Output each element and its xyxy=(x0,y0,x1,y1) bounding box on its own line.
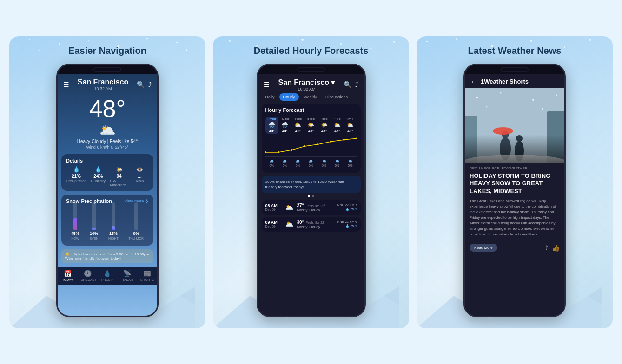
hour-1200: 12:00 ⛅ 49° xyxy=(344,117,357,134)
svg-point-5 xyxy=(304,145,305,147)
humidity-label: Humidity xyxy=(91,179,106,183)
hour-1100: 11:00 ⛅ 47° xyxy=(331,117,344,134)
alert-banner-2: 100% chances of rain. 16:30 to 12:30 Wea… xyxy=(262,176,361,193)
alert-text-2: 100% chances of rain. 16:30 to 12:30 Wea… xyxy=(265,180,345,189)
app-store-container: Easier Navigation ☰ San Francisco 10:32 … xyxy=(9,36,613,328)
precip-nav-label: PRECIP xyxy=(101,278,113,281)
precip-icon-2: 🌧 xyxy=(296,159,300,163)
snow-label-night: NIGHT xyxy=(108,237,119,240)
phone-2-header: ☰ San Francisco ▾ 10:32 AM 🔍 ⤴ xyxy=(258,74,364,93)
tab-daily[interactable]: Daily xyxy=(262,93,278,101)
precip-label: Precipitation xyxy=(66,179,86,183)
share-news-icon[interactable]: ⤴ xyxy=(545,244,548,252)
snow-pct-even: 10% xyxy=(90,231,98,236)
nav-today[interactable]: 📅 TODAY xyxy=(58,270,78,281)
hour-0700: 07:00 🌧️ 40° xyxy=(278,117,291,134)
news-image xyxy=(465,88,564,162)
read-more-button[interactable]: Read More xyxy=(470,244,497,252)
snow-pct-night: 15% xyxy=(109,231,118,236)
svg-point-25 xyxy=(532,99,534,101)
hourly-card-title: Hourly Forecast xyxy=(265,107,357,113)
precip-icon-6: 🌧 xyxy=(348,159,352,163)
precip-val-0: 0% xyxy=(270,164,274,167)
forecast-label: FORECAST xyxy=(79,278,96,281)
tab-hourly[interactable]: Hourly xyxy=(279,93,299,101)
hsi-time-0900: 09 AM xyxy=(265,220,282,225)
snow-section: Snow Precipitation View more ❯ 45% NOW xyxy=(61,195,153,246)
share-icon-2[interactable]: ⤴ xyxy=(355,81,358,88)
hsi-precip-0900: 💧 25% xyxy=(345,224,357,228)
svg-point-2 xyxy=(265,151,266,153)
forecast-icon: 🕐 xyxy=(84,270,92,277)
precip-col-2: 🌧 0% xyxy=(291,159,304,167)
hour-temp-0900: 43° xyxy=(308,129,314,133)
hsi-temp-0800: 27° xyxy=(297,203,304,208)
hour-time-0600: 06:00 xyxy=(268,117,276,121)
search-icon-2[interactable]: 🔍 xyxy=(344,81,351,88)
wind-1: Wind 0 km/h N 52°/45° xyxy=(58,145,157,150)
svg-point-9 xyxy=(356,137,357,139)
temperature-1: 48° xyxy=(58,97,157,121)
phone-3: ← 1Weather Shorts xyxy=(463,64,566,317)
news-header: ← 1Weather Shorts xyxy=(465,74,564,88)
panel-2-title: Detailed Hourly Forecasts xyxy=(254,46,369,56)
news-date: DEC 19 SOURCE: FOXWEATHER xyxy=(470,166,560,170)
back-arrow-icon[interactable]: ← xyxy=(470,78,477,85)
snow-bars: 45% NOW 10% EVEN xyxy=(66,208,149,240)
svg-point-6 xyxy=(317,143,318,145)
snow-pct-thu: 0% xyxy=(133,231,139,236)
nav-shorts[interactable]: 📰 SHORTS xyxy=(137,270,157,281)
like-news-icon[interactable]: 👍 xyxy=(552,244,560,252)
hsi-0900: 09 AM Dec 09 🌥️ 30° Feels like 22° Mostl… xyxy=(262,217,361,232)
snow-bar-even: 10% EVEN xyxy=(89,202,98,240)
hour-0600: 06:00 🌧️ 40° xyxy=(265,117,278,134)
hsi-desc-0800: 27° Feels like 22° Mostly Cloudy xyxy=(297,203,334,212)
news-meta: DEC 19 SOURCE: FOXWEATHER HOLIDAY STORM … xyxy=(465,162,564,244)
nav-forecast[interactable]: 🕐 FORECAST xyxy=(78,270,98,281)
precip-val-1: 0% xyxy=(283,164,287,167)
hour-icon-1000: 🌤️ xyxy=(321,122,328,128)
hsi-right-0800: NNE 22 KMR 💧 25% xyxy=(337,203,357,211)
tab-discussions[interactable]: Discussions xyxy=(322,93,351,101)
hour-temp-0800: 41° xyxy=(295,129,301,133)
detail-precipitation: 💧 21% Precipitation xyxy=(66,166,86,187)
tabs-row: Daily Hourly Weekly Discussions xyxy=(258,93,364,104)
details-title-1: Details xyxy=(66,158,149,163)
hsi-cond-0800: Mostly Cloudy xyxy=(297,208,334,212)
phone-3-screen: ← 1Weather Shorts xyxy=(465,74,564,316)
menu-icon[interactable]: ☰ xyxy=(63,81,69,88)
precip-col-3: 🌧 0% xyxy=(304,159,318,167)
uv-value: 04 xyxy=(116,174,121,179)
menu-icon-2[interactable]: ☰ xyxy=(264,81,270,88)
hsi-time-col-0800: 08 AM Dec 09 xyxy=(265,203,282,211)
dots-row xyxy=(258,195,364,197)
panel-navigation: Easier Navigation ☰ San Francisco 10:32 … xyxy=(9,36,205,328)
search-icon-1[interactable]: 🔍 xyxy=(137,81,145,88)
precip-val-4: 0% xyxy=(322,164,326,167)
radar-label: RADAR xyxy=(122,278,133,281)
news-image-overlay xyxy=(465,135,564,162)
details-row-1: 💧 21% Precipitation 💧 24% Humidity 🌤️ 04 xyxy=(66,166,149,187)
svg-point-23 xyxy=(476,97,478,98)
nav-precip[interactable]: 💧 PRECIP xyxy=(98,270,118,281)
header-icons-2: 🔍 ⤴ xyxy=(344,81,358,88)
hour-1000: 10:00 🌤️ 45° xyxy=(318,117,331,134)
precip-icon-0: 🌧 xyxy=(270,159,274,163)
tab-weekly[interactable]: Weekly xyxy=(300,93,321,101)
hsi-right-0900: NNE 22 KMR 💧 25% xyxy=(337,220,357,228)
news-headline: HOLIDAY STORM TO BRING HEAVY SNOW TO GRE… xyxy=(470,172,560,196)
svg-point-28 xyxy=(542,108,543,110)
hour-time-0900: 09:00 xyxy=(307,117,315,121)
share-icon-1[interactable]: ⤴ xyxy=(148,81,152,88)
nav-radar[interactable]: 📡 RADAR xyxy=(117,270,137,281)
precip-icon: 💧 xyxy=(73,166,80,173)
phone-3-notch xyxy=(465,65,564,74)
news-app-title: 1Weather Shorts xyxy=(481,78,529,85)
hourly-card: Hourly Forecast 06:00 🌧️ 40° 07:00 🌧️ 40… xyxy=(262,104,361,173)
hsi-date-0800: Dec 09 xyxy=(265,208,282,211)
visibility-value: ... xyxy=(138,174,142,179)
hsi-time-col-0900: 09 AM Dec 09 xyxy=(265,220,282,228)
hsi-wind-0800: NNE 22 KMR xyxy=(337,203,357,207)
hour-temp-1100: 47° xyxy=(334,129,340,133)
svg-point-7 xyxy=(330,141,331,143)
